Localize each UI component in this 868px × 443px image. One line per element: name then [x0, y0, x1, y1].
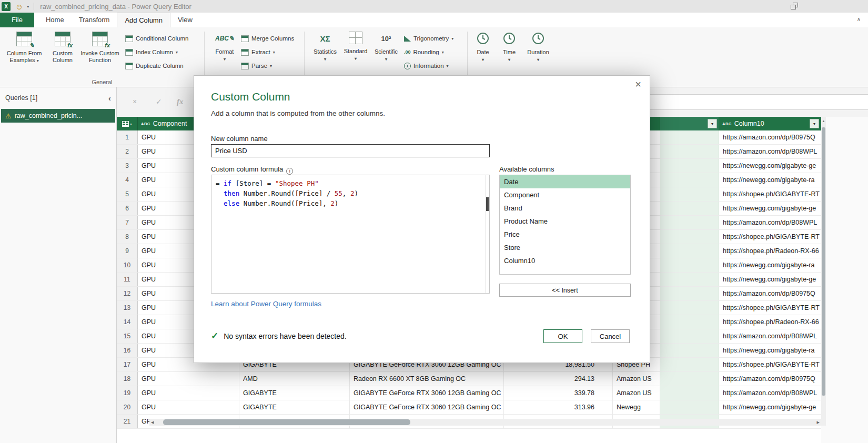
tab-transform[interactable]: Transform: [72, 13, 117, 27]
scroll-right-icon[interactable]: ▶: [817, 419, 820, 426]
statistics-button[interactable]: ΧΣ Statistics ▾: [310, 32, 340, 63]
row-number-cell[interactable]: 17: [117, 358, 138, 371]
row-number-cell[interactable]: 20: [117, 400, 138, 414]
cell-store[interactable]: Amazon US: [613, 372, 660, 386]
row-number-cell[interactable]: 5: [117, 187, 138, 201]
cell-selected-column[interactable]: [660, 329, 719, 343]
cell-selected-column[interactable]: [660, 258, 719, 272]
insert-button[interactable]: << Insert: [499, 284, 631, 297]
cell-product-name[interactable]: GIGABYTE GeForce RTX 3060 12GB Gaming OC: [350, 400, 504, 414]
restore-window-icon[interactable]: [791, 3, 798, 9]
feedback-smiley-icon[interactable]: ☺: [15, 3, 23, 11]
cell-brand[interactable]: AMD: [239, 372, 350, 386]
cell-selected-column[interactable]: [660, 301, 719, 315]
cell-column10[interactable]: https://shopee.ph/Radeon-RX-66: [719, 244, 821, 258]
duration-button[interactable]: Duration ▾: [524, 32, 552, 63]
table-menu-button[interactable]: ▾: [117, 117, 138, 130]
horizontal-scrollbar-thumb[interactable]: [163, 419, 410, 425]
date-button[interactable]: Date ▾: [471, 32, 494, 63]
row-number-cell[interactable]: 10: [117, 258, 138, 272]
time-button[interactable]: Time ▾: [498, 32, 521, 63]
row-number-cell[interactable]: 11: [117, 273, 138, 286]
duplicate-column-button[interactable]: Duplicate Column: [125, 60, 184, 72]
column-header-selected[interactable]: ▾: [660, 117, 719, 130]
filter-dropdown-icon[interactable]: ▾: [708, 119, 717, 128]
vertical-scrollbar[interactable]: ▲: [821, 117, 826, 419]
cell-column10[interactable]: https://newegg.com/gigabyte-ra: [719, 258, 821, 272]
cell-selected-column[interactable]: [660, 130, 719, 144]
cancel-formula-icon[interactable]: ×: [133, 97, 137, 106]
row-number-cell[interactable]: 21: [117, 415, 138, 428]
available-column-item[interactable]: Product Name: [500, 215, 630, 228]
cell-selected-column[interactable]: [660, 315, 719, 329]
row-number-cell[interactable]: 18: [117, 372, 138, 386]
cell-selected-column[interactable]: [660, 216, 719, 229]
formula-scrollbar-thumb[interactable]: [486, 197, 489, 211]
rounding-button[interactable]: .00 Rounding ▾: [404, 46, 444, 58]
row-number-cell[interactable]: 6: [117, 202, 138, 215]
cell-column10[interactable]: https://amazon.com/dp/B08WPL: [719, 386, 821, 400]
cell-selected-column[interactable]: [660, 202, 719, 215]
cell-selected-column[interactable]: [660, 173, 719, 187]
information-button[interactable]: i Information ▾: [404, 60, 449, 72]
cell-component[interactable]: GPU: [138, 372, 239, 386]
cell-column10[interactable]: https://shopee.ph/GIGABYTE-RT: [719, 358, 821, 371]
row-number-cell[interactable]: 8: [117, 230, 138, 244]
cell-column10[interactable]: https://amazon.com/dp/B0975Q: [719, 130, 821, 144]
cancel-button[interactable]: Cancel: [591, 329, 630, 343]
available-column-item[interactable]: Date: [500, 175, 630, 188]
cell-column10[interactable]: https://shopee.ph/GIGABYTE-RT: [719, 301, 821, 315]
cell-component[interactable]: GPU: [138, 386, 239, 400]
cell-selected-column[interactable]: [660, 230, 719, 244]
cell-column10[interactable]: https://newegg.com/gigabyte-ra: [719, 344, 821, 357]
horizontal-scrollbar[interactable]: ◀ ▶: [149, 419, 821, 426]
format-button[interactable]: ABC✎ Format ▾: [210, 32, 239, 63]
info-icon[interactable]: i: [286, 168, 293, 175]
cell-store[interactable]: Amazon US: [613, 386, 660, 400]
invoke-custom-function-button[interactable]: fx Invoke Custom Function: [80, 32, 120, 64]
row-number-cell[interactable]: 19: [117, 386, 138, 400]
cell-selected-column[interactable]: [660, 287, 719, 300]
standard-button[interactable]: Standard ▾: [342, 32, 369, 62]
cell-column10[interactable]: https://newegg.com/gigabyte-ge: [719, 400, 821, 414]
row-number-cell[interactable]: 1: [117, 130, 138, 144]
row-number-cell[interactable]: 3: [117, 159, 138, 173]
collapse-ribbon-icon[interactable]: ∧: [857, 16, 861, 22]
ok-button[interactable]: OK: [543, 329, 582, 343]
cell-component[interactable]: GPU: [138, 400, 239, 414]
cell-column10[interactable]: https://amazon.com/dp/B0975Q: [719, 287, 821, 300]
cell-selected-column[interactable]: [660, 145, 719, 158]
cell-brand[interactable]: GIGABYTE: [239, 386, 350, 400]
scroll-left-icon[interactable]: ◀: [151, 419, 154, 426]
cell-column10[interactable]: https://newegg.com/gigabyte-ra: [719, 173, 821, 187]
cell-price[interactable]: 339.78: [504, 386, 613, 400]
conditional-column-button[interactable]: Conditional Column: [125, 33, 188, 44]
cell-column10[interactable]: https://amazon.com/dp/B08WPL: [719, 216, 821, 229]
formula-scrollbar-track[interactable]: [485, 175, 486, 293]
extract-button[interactable]: Extract ▾: [241, 46, 275, 58]
filter-dropdown-icon[interactable]: ▾: [810, 119, 819, 128]
cell-column10[interactable]: https://amazon.com/dp/B08WPL: [719, 145, 821, 158]
cell-selected-column[interactable]: [660, 400, 719, 414]
cell-price[interactable]: 313.96: [504, 400, 613, 414]
column-header-column10[interactable]: ABC Column10 ▾: [719, 117, 821, 130]
cell-column10[interactable]: https://shopee.ph/Radeon-RX-66: [719, 315, 821, 329]
tab-file[interactable]: File: [0, 13, 34, 27]
cell-column10[interactable]: https://shopee.ph/GIGABYTE-RT: [719, 187, 821, 201]
cell-selected-column[interactable]: [660, 273, 719, 286]
vertical-scrollbar-thumb[interactable]: [822, 127, 825, 396]
tab-view[interactable]: View: [170, 13, 200, 27]
cell-product-name[interactable]: Radeon RX 6600 XT 8GB Gaming OC: [350, 372, 504, 386]
cell-selected-column[interactable]: [660, 358, 719, 371]
available-column-item[interactable]: Column10: [500, 254, 630, 267]
row-number-cell[interactable]: 13: [117, 301, 138, 315]
available-column-item[interactable]: Component: [500, 188, 630, 202]
column-from-examples-button[interactable]: ✎ Column From Examples ▾: [3, 32, 45, 64]
cell-price[interactable]: 294.13: [504, 372, 613, 386]
row-number-cell[interactable]: 15: [117, 329, 138, 343]
row-number-cell[interactable]: 4: [117, 173, 138, 187]
new-column-name-input[interactable]: [211, 144, 490, 157]
cell-selected-column[interactable]: [660, 344, 719, 357]
row-number-cell[interactable]: 2: [117, 145, 138, 158]
row-number-cell[interactable]: 9: [117, 244, 138, 258]
